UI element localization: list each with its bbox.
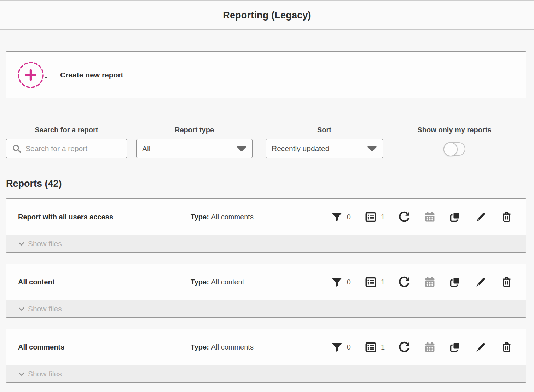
report-title: All content — [18, 278, 191, 286]
delete-button[interactable] — [501, 212, 512, 223]
report-type-value: All comments — [211, 213, 254, 221]
filter-button[interactable] — [331, 341, 343, 353]
sort-select[interactable]: Recently updated — [266, 139, 383, 158]
caret-down-icon — [237, 146, 246, 152]
plus-icon — [17, 61, 45, 89]
sort-selected-value: Recently updated — [272, 144, 329, 153]
list-count: 1 — [381, 213, 385, 221]
list-icon — [365, 276, 377, 288]
refresh-icon — [398, 276, 410, 288]
edit-button[interactable] — [475, 211, 487, 223]
delete-icon — [501, 212, 512, 223]
show-files-label: Show files — [28, 240, 62, 248]
report-type-label: Type: — [191, 343, 209, 351]
report-row: Report with all users access Type:All co… — [6, 199, 526, 235]
report-row: All content Type:All content 0 — [6, 264, 526, 300]
copy-button[interactable] — [449, 341, 461, 353]
report-card: All comments Type:All comments 0 — [6, 329, 526, 383]
create-new-report-button[interactable]: Create new report — [6, 51, 526, 98]
text-cursor-artifact — [45, 77, 47, 78]
filter-count: 0 — [347, 343, 351, 351]
calendar-button[interactable] — [424, 212, 435, 223]
reports-list: Report with all users access Type:All co… — [6, 198, 526, 383]
page-title: Reporting (Legacy) — [223, 10, 311, 21]
calendar-button[interactable] — [424, 277, 435, 288]
search-input[interactable] — [25, 144, 121, 153]
refresh-button[interactable] — [398, 276, 410, 288]
show-files-toggle[interactable]: Show files — [6, 365, 526, 382]
report-type-selected-value: All — [142, 144, 150, 153]
report-type-label: Type: — [191, 213, 209, 221]
filter-icon — [331, 276, 343, 288]
report-type-label: Type: — [191, 278, 209, 286]
copy-icon — [449, 276, 461, 288]
list-icon — [365, 341, 377, 353]
filter-icon — [331, 211, 343, 223]
report-type: Type:All comments — [191, 213, 254, 221]
edit-icon — [475, 211, 487, 223]
report-card: All content Type:All content 0 — [6, 264, 526, 318]
chevron-down-icon — [17, 370, 25, 378]
report-row: All comments Type:All comments 0 — [6, 329, 526, 365]
report-type: Type:All content — [191, 278, 244, 286]
report-type-select[interactable]: All — [136, 139, 253, 158]
list-button[interactable] — [365, 211, 377, 223]
show-files-toggle[interactable]: Show files — [6, 235, 526, 252]
list-count: 1 — [381, 278, 385, 286]
refresh-icon — [398, 211, 410, 223]
list-count: 1 — [381, 343, 385, 351]
show-files-toggle[interactable]: Show files — [6, 300, 526, 317]
toggle-knob — [443, 142, 458, 156]
edit-button[interactable] — [475, 276, 487, 288]
report-actions: 0 1 — [331, 341, 512, 353]
chevron-down-icon — [17, 305, 25, 313]
report-title: All comments — [18, 343, 191, 351]
filters-bar: Search for a report Report type All — [6, 126, 526, 158]
list-button[interactable] — [365, 276, 377, 288]
app-header: Reporting (Legacy) — [0, 1, 534, 30]
refresh-icon — [398, 341, 410, 353]
delete-icon — [501, 342, 512, 353]
copy-button[interactable] — [449, 276, 461, 288]
filter-button[interactable] — [331, 211, 343, 223]
filter-button[interactable] — [331, 276, 343, 288]
report-actions: 0 1 — [331, 276, 512, 288]
refresh-button[interactable] — [398, 341, 410, 353]
edit-button[interactable] — [475, 341, 487, 353]
search-field[interactable] — [6, 139, 127, 158]
calendar-icon — [424, 277, 435, 288]
report-card: Report with all users access Type:All co… — [6, 198, 526, 253]
caret-down-icon — [367, 146, 377, 152]
edit-icon — [475, 276, 487, 288]
show-files-label: Show files — [28, 370, 62, 378]
main-content: Create new report Search for a report Re… — [6, 51, 526, 383]
show-only-my-reports-toggle[interactable] — [443, 142, 465, 156]
copy-button[interactable] — [449, 211, 461, 223]
delete-button[interactable] — [501, 342, 512, 353]
delete-icon — [501, 277, 512, 288]
edit-icon — [475, 341, 487, 353]
search-label: Search for a report — [6, 126, 127, 134]
list-icon — [365, 211, 377, 223]
report-title: Report with all users access — [18, 213, 191, 221]
calendar-icon — [424, 342, 435, 353]
reports-count-heading: Reports (42) — [6, 178, 526, 189]
report-actions: 0 1 — [331, 211, 512, 223]
calendar-icon — [424, 212, 435, 223]
report-type: Type:All comments — [191, 343, 254, 351]
calendar-button[interactable] — [424, 342, 435, 353]
list-button[interactable] — [365, 341, 377, 353]
copy-icon — [449, 341, 461, 353]
show-only-my-reports-label: Show only my reports — [418, 126, 492, 134]
report-type-value: All comments — [211, 343, 254, 351]
chevron-down-icon — [17, 240, 25, 248]
delete-button[interactable] — [501, 277, 512, 288]
filter-count: 0 — [347, 213, 351, 221]
create-new-report-label: Create new report — [60, 71, 123, 79]
report-type-filter-label: Report type — [136, 126, 253, 134]
copy-icon — [449, 211, 461, 223]
refresh-button[interactable] — [398, 211, 410, 223]
sort-filter-label: Sort — [266, 126, 383, 134]
show-files-label: Show files — [28, 305, 62, 313]
filter-icon — [331, 341, 343, 353]
